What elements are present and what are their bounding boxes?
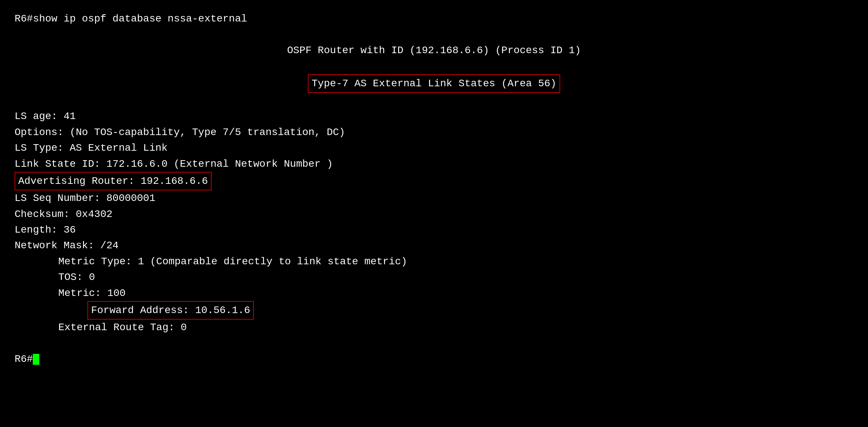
field-advertising-router: Advertising Router: 192.168.6.6 [15, 172, 853, 190]
section-title-line: Type-7 AS External Link States (Area 56) [15, 74, 853, 93]
field-forward-address: Forward Address: 10.56.1.6 [15, 301, 853, 320]
final-prompt-line: R6# [15, 351, 853, 367]
router-id-line: OSPF Router with ID (192.168.6.6) (Proce… [15, 43, 853, 58]
command-text: show ip ospf database nssa-external [33, 13, 247, 24]
advertising-router-box: Advertising Router: 192.168.6.6 [15, 172, 212, 190]
field-options: Options: (No TOS-capability, Type 7/5 tr… [15, 124, 853, 140]
field-metric: Metric: 100 [15, 285, 853, 301]
field-ls-age: LS age: 41 [15, 108, 853, 124]
section-title-box: Type-7 AS External Link States (Area 56) [308, 74, 560, 93]
field-checksum: Checksum: 0x4302 [15, 206, 853, 222]
field-network-mask: Network Mask: /24 [15, 238, 853, 253]
field-ls-type: LS Type: AS External Link [15, 140, 853, 156]
field-tos: TOS: 0 [15, 269, 853, 285]
router-id-text: OSPF Router with ID (192.168.6.6) (Proce… [287, 45, 581, 56]
prompt-label: R6# [15, 13, 33, 24]
field-external-route-tag: External Route Tag: 0 [15, 320, 853, 335]
forward-address-box: Forward Address: 10.56.1.6 [87, 301, 254, 320]
section-title-text: Type-7 AS External Link States (Area 56) [311, 78, 556, 89]
terminal-window: R6#show ip ospf database nssa-external O… [15, 11, 853, 367]
field-ls-seq: LS Seq Number: 80000001 [15, 190, 853, 206]
field-link-state-id: Link State ID: 172.16.6.0 (External Netw… [15, 156, 853, 172]
final-prompt-label: R6# [15, 353, 33, 365]
cursor-block [33, 354, 39, 365]
field-length: Length: 36 [15, 222, 853, 238]
field-metric-type: Metric Type: 1 (Comparable directly to l… [15, 254, 853, 269]
command-line: R6#show ip ospf database nssa-external [15, 11, 853, 27]
